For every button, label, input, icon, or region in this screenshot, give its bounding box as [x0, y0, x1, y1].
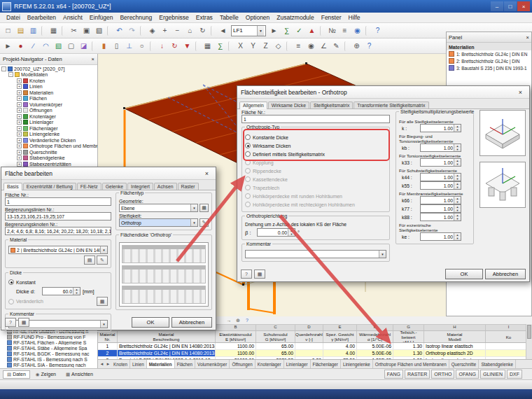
cell-material-modell[interactable]: Orthotrop elastisch 2D: [424, 350, 486, 356]
cell-teilsicherheitsbeiwert[interactable]: 1.30: [393, 350, 424, 356]
undo-icon[interactable]: ↶: [113, 24, 125, 36]
tree-item[interactable]: - 200702_UZ* [2020_07]: [0, 66, 97, 72]
calculate-icon[interactable]: ∑: [281, 24, 293, 36]
dialog-tab[interactable]: Integriert: [127, 183, 153, 190]
help-icon[interactable]: ?: [372, 24, 384, 36]
new-file-icon[interactable]: □: [2, 24, 14, 36]
cell-g-modul[interactable]: 65.00: [256, 343, 295, 349]
tree-expander[interactable]: +: [17, 90, 22, 95]
spinner-buttons[interactable]: ▲▼: [454, 205, 461, 212]
dialog-title-bar[interactable]: Fläche bearbeiten ×: [1, 167, 216, 180]
table-tab[interactable]: Materialien: [147, 360, 175, 368]
ok-button[interactable]: OK: [445, 269, 483, 279]
snap-toggle[interactable]: GLINIEN: [480, 370, 505, 379]
dicke-d-input[interactable]: 60.0 ▲▼: [42, 287, 80, 295]
column-header[interactable]: Material Modell: [424, 331, 486, 342]
copy-icon[interactable]: ▣: [80, 24, 92, 36]
column-letter[interactable]: E: [323, 325, 357, 330]
table-tab[interactable]: Flächen: [175, 360, 195, 368]
tree-item[interactable]: + Flächenlager: [0, 125, 97, 132]
tree-expander[interactable]: +: [17, 114, 22, 119]
kommentar-combo[interactable]: ▼: [245, 250, 386, 258]
tree-item[interactable]: + Stabendgelenke: [0, 155, 97, 162]
column-header[interactable]: Schubmodul G [kN/cm²]: [256, 331, 295, 342]
navigator-close-icon[interactable]: ×: [92, 56, 94, 62]
isometric-view-icon[interactable]: ◇: [272, 40, 284, 52]
node-icon[interactable]: ●: [15, 40, 27, 52]
dialog-tab[interactable]: Transformierte Steifigkeitsmatrix: [354, 102, 428, 108]
numbering-icon[interactable]: №: [326, 24, 338, 36]
area-load-icon[interactable]: ▼: [181, 40, 193, 52]
veraenderlich-edit-button[interactable]: ▦: [97, 297, 108, 306]
hinge-icon[interactable]: ○: [136, 40, 148, 52]
geometrie-combo[interactable]: Ebene ▼: [119, 204, 198, 212]
flaeche-nr-input[interactable]: 1: [5, 197, 111, 206]
help-icon[interactable]: ?: [243, 317, 251, 324]
spinner-buttons[interactable]: ▲▼: [454, 214, 461, 220]
panel-close-icon[interactable]: ×: [526, 34, 529, 41]
tab-scroll-right-icon[interactable]: ►: [105, 362, 111, 366]
member-icon[interactable]: ▮: [98, 40, 110, 52]
tree-item[interactable]: + Volumenkörper: [0, 102, 97, 108]
orthotropie-typ-radio[interactable]: Konstante Dicke: [245, 133, 386, 141]
flaeche-nr-input[interactable]: 1: [241, 115, 390, 123]
menu-item[interactable]: Bearbeiten: [24, 14, 59, 21]
tree-expander[interactable]: +: [17, 126, 22, 131]
dialog-title-bar[interactable]: Flächensteifigkeit bearbeiten - Orthotro…: [237, 86, 529, 99]
arc-icon[interactable]: ◠: [40, 40, 52, 52]
measure-icon[interactable]: ∠: [318, 40, 330, 52]
rotate-view-icon[interactable]: ↻: [197, 24, 209, 36]
spinner-buttons[interactable]: ▲▼: [454, 125, 461, 132]
rib-icon[interactable]: ▯: [111, 40, 122, 52]
table-tab[interactable]: Flächenlager: [311, 360, 341, 368]
tree-item[interactable]: + Linien: [0, 84, 97, 90]
dialog-tab[interactable]: Gelenke: [102, 183, 127, 190]
toolbar-separator[interactable]: [365, 26, 370, 36]
panel-material-item[interactable]: 2: Brettschichtholz GL24c | DIN: [447, 57, 531, 64]
column-letter[interactable]: D: [295, 325, 323, 330]
column-letter[interactable]: F: [357, 325, 393, 330]
chevron-down-icon[interactable]: ▼: [257, 26, 264, 36]
menu-item[interactable]: Zusatzmodule: [273, 14, 317, 21]
begrenzungslinien-input[interactable]: 13-15,23,106,21-19,25;107: [5, 212, 111, 220]
zoom-window-icon[interactable]: ◈: [146, 24, 158, 36]
layers-icon[interactable]: ≡: [293, 40, 304, 52]
help-button[interactable]: ?: [5, 318, 16, 327]
material-combo[interactable]: 2 | Brettschichtholz GL24c | DIN EN 1408…: [8, 246, 108, 254]
column-header[interactable]: Querdehnzahl ν [-]: [295, 331, 323, 342]
tree-item[interactable]: + Knoten: [0, 78, 97, 84]
material-library-button[interactable]: ▤: [84, 255, 95, 265]
dialog-tab[interactable]: FE-Netz: [77, 183, 102, 190]
module-item[interactable]: RF-STAHL Stäbe - Allgemeine Spa: [0, 345, 97, 351]
cut-icon[interactable]: ✂: [68, 24, 80, 36]
minimize-button[interactable]: –: [491, 1, 503, 11]
annotate-icon[interactable]: ✎: [330, 40, 342, 52]
navigator-tab[interactable]: ▤ Daten: [3, 370, 30, 379]
tab-scroll-left-icon[interactable]: ◄: [99, 362, 105, 366]
snap-toggle[interactable]: ORTHO: [431, 370, 454, 379]
module-item[interactable]: RF-STAHL BGDK - Bemessung nac: [0, 351, 97, 356]
next-loadcase-icon[interactable]: ►: [268, 24, 280, 36]
table-tab[interactable]: Volumenkörper: [195, 360, 230, 368]
settings-icon[interactable]: ⊕: [234, 317, 242, 324]
steifigkeit-edit-button[interactable]: ✎: [200, 218, 209, 227]
begrenzungsknoten-input[interactable]: 2,4; 4,6; 6,8; 8,16; 16,24; 20,22; 18,20…: [5, 227, 111, 235]
orthotropie-typ-radio[interactable]: Wirksame Dicken: [245, 141, 386, 150]
dialog-close-icon[interactable]: ×: [202, 170, 212, 177]
cancel-button[interactable]: Abbrechen: [172, 317, 212, 328]
spinner-buttons[interactable]: ▲▼: [454, 233, 461, 240]
tree-expander[interactable]: -: [8, 72, 13, 77]
column-header[interactable]: Material Nr.: [98, 331, 118, 342]
solid-icon[interactable]: ◪: [78, 40, 90, 52]
material-edit-button[interactable]: ✎: [97, 255, 108, 265]
veraenderlich-radio[interactable]: Veränderlich: [8, 298, 94, 305]
column-header[interactable]: Spez. Gewicht γ [kN/m³]: [323, 331, 357, 342]
export-icon[interactable]: →: [225, 317, 233, 324]
factor-input[interactable]: 1.00 ▲▼: [420, 144, 461, 152]
toolbar-separator[interactable]: [92, 41, 96, 51]
table-tab[interactable]: Öffnungen: [230, 360, 255, 368]
tree-item[interactable]: - Modelldaten: [0, 72, 97, 78]
factor-input[interactable]: 1.00 ▲▼: [420, 204, 461, 213]
panel-material-item[interactable]: 3: Baustahl S 235 | DIN EN 1993-1: [447, 64, 531, 71]
slab-preview-thumbnail[interactable]: [122, 245, 206, 263]
